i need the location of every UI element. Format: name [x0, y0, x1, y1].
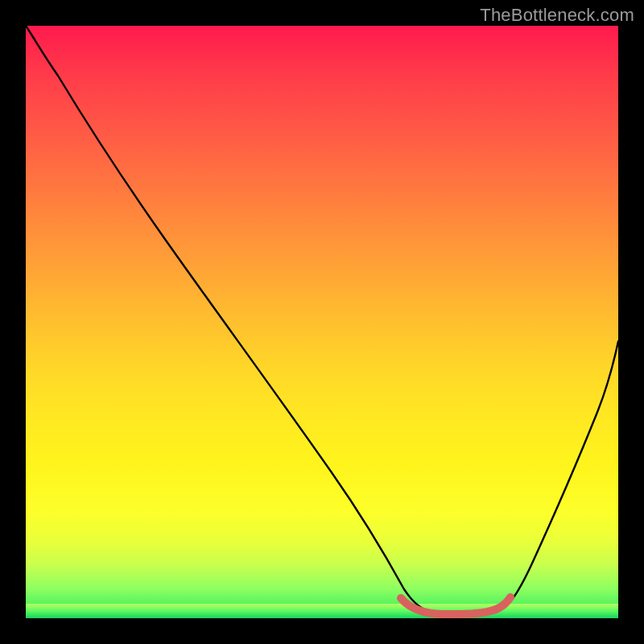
bottleneck-curve	[26, 26, 618, 614]
chart-frame: TheBottleneck.com	[0, 0, 644, 644]
curve-layer	[26, 26, 618, 618]
plot-area	[26, 26, 618, 618]
watermark-text: TheBottleneck.com	[480, 5, 634, 26]
trough-highlight	[401, 597, 510, 614]
